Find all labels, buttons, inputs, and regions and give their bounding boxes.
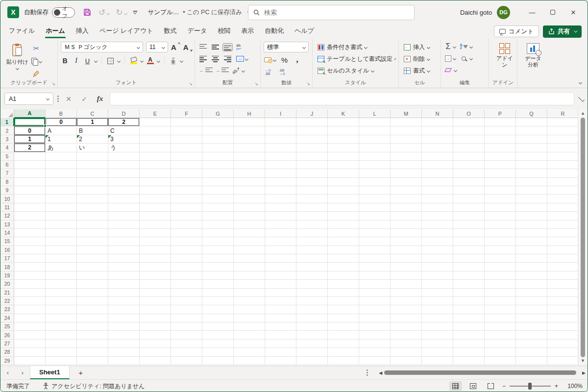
cell-G14[interactable] (202, 229, 234, 237)
cell-J24[interactable] (296, 314, 328, 322)
increase-indent-button[interactable]: → (214, 67, 228, 75)
cell-P29[interactable] (485, 357, 516, 365)
cell-F3[interactable] (171, 135, 202, 144)
cell-E11[interactable] (140, 203, 171, 212)
align-center-button[interactable] (210, 55, 220, 63)
cell-A3[interactable]: 1 (14, 135, 46, 144)
cell-G20[interactable] (202, 280, 234, 288)
cell-I27[interactable] (265, 340, 296, 348)
row-header-4[interactable]: 4 (0, 144, 14, 152)
cell-F29[interactable] (171, 357, 202, 365)
font-dialog-launcher[interactable]: ↘ (189, 81, 193, 86)
cell-A2[interactable]: 0 (14, 126, 46, 135)
cell-L18[interactable] (359, 263, 391, 271)
cell-A20[interactable] (14, 280, 46, 288)
cell-M16[interactable] (391, 246, 422, 254)
fill-color-dropdown[interactable] (140, 59, 144, 62)
cell-L24[interactable] (359, 314, 391, 322)
cell-J12[interactable] (296, 212, 328, 220)
format-painter-button[interactable] (31, 69, 42, 79)
cell-P12[interactable] (485, 212, 516, 220)
cell-H24[interactable] (234, 314, 265, 322)
cell-C8[interactable] (77, 178, 108, 186)
cell-M12[interactable] (391, 212, 422, 220)
cell-L15[interactable] (359, 237, 391, 245)
cell-G3[interactable] (202, 135, 234, 144)
fill-handle[interactable] (44, 124, 47, 127)
expand-formula-bar-button[interactable] (578, 96, 585, 102)
cell-P1[interactable] (485, 118, 516, 126)
cell-L23[interactable] (359, 305, 391, 314)
cell-F6[interactable] (171, 161, 202, 169)
customize-toolbar-button[interactable] (133, 11, 137, 14)
cell-J14[interactable] (296, 229, 328, 237)
cell-P26[interactable] (485, 331, 516, 339)
cell-R7[interactable] (547, 169, 579, 177)
align-top-button[interactable] (198, 43, 208, 51)
cell-P5[interactable] (485, 152, 516, 161)
comments-button[interactable]: コメント (494, 25, 539, 37)
cell-styles-button[interactable]: セルのスタイル (316, 65, 395, 76)
cell-O28[interactable] (453, 348, 485, 356)
cell-G19[interactable] (202, 271, 234, 280)
cell-M9[interactable] (391, 186, 422, 195)
cell-N12[interactable] (422, 212, 453, 220)
cell-G11[interactable] (202, 203, 234, 212)
cell-B20[interactable] (46, 280, 77, 288)
underline-button[interactable]: U (83, 56, 92, 66)
cell-J10[interactable] (296, 195, 328, 203)
cell-O7[interactable] (453, 169, 485, 177)
cell-D8[interactable] (108, 178, 140, 186)
cell-A8[interactable] (14, 178, 46, 186)
cell-M6[interactable] (391, 161, 422, 169)
cell-A9[interactable] (14, 186, 46, 195)
cell-I5[interactable] (265, 152, 296, 161)
cell-K27[interactable] (328, 340, 359, 348)
cell-E19[interactable] (140, 271, 171, 280)
paste-button[interactable]: 貼り付け (3, 42, 31, 79)
cell-A4[interactable]: 2 (14, 144, 46, 152)
cell-J2[interactable] (296, 126, 328, 135)
scroll-down-icon[interactable]: ▼ (581, 358, 585, 364)
cell-I22[interactable] (265, 297, 296, 305)
cell-H4[interactable] (234, 144, 265, 152)
cell-J21[interactable] (296, 289, 328, 297)
cell-G28[interactable] (202, 348, 234, 356)
clear-button[interactable] (444, 65, 452, 75)
cell-L19[interactable] (359, 271, 391, 280)
cell-F25[interactable] (171, 322, 202, 331)
cell-G26[interactable] (202, 331, 234, 339)
cell-R5[interactable] (547, 152, 579, 161)
cell-F8[interactable] (171, 178, 202, 186)
cell-C5[interactable] (77, 152, 108, 161)
cell-O12[interactable] (453, 212, 485, 220)
cell-J9[interactable] (296, 186, 328, 195)
fill-dropdown[interactable] (453, 56, 456, 60)
cell-L12[interactable] (359, 212, 391, 220)
row-header-8[interactable]: 8 (0, 178, 14, 186)
cell-F7[interactable] (171, 169, 202, 177)
cell-E13[interactable] (140, 220, 171, 229)
row-header-21[interactable]: 21 (0, 289, 14, 297)
cell-F26[interactable] (171, 331, 202, 339)
cell-K14[interactable] (328, 229, 359, 237)
cell-J15[interactable] (296, 237, 328, 245)
cell-N24[interactable] (422, 314, 453, 322)
scroll-right-icon[interactable]: ▶ (582, 370, 586, 375)
cell-R8[interactable] (547, 178, 579, 186)
cell-A29[interactable] (14, 357, 46, 365)
cell-B6[interactable] (46, 161, 77, 169)
cell-K23[interactable] (328, 305, 359, 314)
cell-F19[interactable] (171, 271, 202, 280)
cell-R25[interactable] (547, 322, 579, 331)
cell-D6[interactable] (108, 161, 140, 169)
cell-J5[interactable] (296, 152, 328, 161)
cell-F17[interactable] (171, 254, 202, 263)
row-header-1[interactable]: 1 (0, 118, 14, 126)
cell-B25[interactable] (46, 322, 77, 331)
align-right-button[interactable] (222, 55, 233, 63)
cell-R1[interactable] (547, 118, 579, 126)
cell-H28[interactable] (234, 348, 265, 356)
cell-O14[interactable] (453, 229, 485, 237)
row-header-26[interactable]: 26 (0, 331, 14, 339)
